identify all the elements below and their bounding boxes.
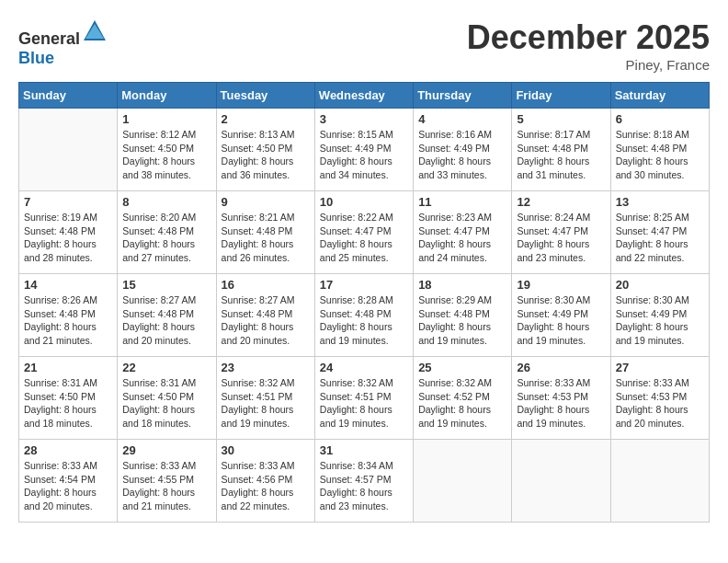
weekday-header-friday: Friday — [512, 83, 610, 109]
calendar-cell: 4Sunrise: 8:16 AMSunset: 4:49 PMDaylight… — [414, 109, 512, 191]
day-number: 31 — [320, 443, 408, 457]
calendar-cell: 17Sunrise: 8:28 AMSunset: 4:48 PMDayligh… — [314, 274, 413, 357]
calendar-cell — [19, 109, 118, 191]
day-info: Sunrise: 8:12 AMSunset: 4:50 PMDaylight:… — [122, 128, 210, 182]
week-row-1: 1Sunrise: 8:12 AMSunset: 4:50 PMDaylight… — [19, 109, 710, 191]
day-number: 10 — [320, 195, 408, 209]
weekday-header-tuesday: Tuesday — [216, 83, 314, 109]
day-number: 19 — [517, 278, 605, 292]
calendar-cell: 7Sunrise: 8:19 AMSunset: 4:48 PMDaylight… — [19, 191, 118, 274]
calendar-cell: 3Sunrise: 8:15 AMSunset: 4:49 PMDaylight… — [314, 109, 413, 191]
logo-text-general: General — [18, 29, 80, 48]
calendar-cell: 21Sunrise: 8:31 AMSunset: 4:50 PMDayligh… — [19, 357, 118, 440]
day-info: Sunrise: 8:27 AMSunset: 4:48 PMDaylight:… — [222, 293, 310, 348]
calendar-cell: 22Sunrise: 8:31 AMSunset: 4:50 PMDayligh… — [118, 357, 216, 440]
calendar-cell: 19Sunrise: 8:30 AMSunset: 4:49 PMDayligh… — [512, 274, 610, 357]
day-info: Sunrise: 8:27 AMSunset: 4:48 PMDaylight:… — [122, 293, 210, 348]
calendar-cell: 12Sunrise: 8:24 AMSunset: 4:47 PMDayligh… — [512, 191, 610, 274]
calendar-cell: 20Sunrise: 8:30 AMSunset: 4:49 PMDayligh… — [610, 274, 709, 357]
day-info: Sunrise: 8:33 AMSunset: 4:55 PMDaylight:… — [122, 459, 210, 513]
calendar-cell — [610, 440, 709, 523]
calendar-cell: 6Sunrise: 8:18 AMSunset: 4:48 PMDaylight… — [610, 109, 709, 191]
day-info: Sunrise: 8:33 AMSunset: 4:53 PMDaylight:… — [517, 376, 605, 431]
day-info: Sunrise: 8:17 AMSunset: 4:48 PMDaylight:… — [517, 128, 605, 182]
calendar-cell: 31Sunrise: 8:34 AMSunset: 4:57 PMDayligh… — [314, 440, 413, 523]
day-info: Sunrise: 8:21 AMSunset: 4:48 PMDaylight:… — [222, 211, 310, 265]
day-number: 3 — [320, 112, 408, 126]
day-number: 16 — [222, 278, 310, 292]
svg-marker-1 — [85, 24, 104, 39]
day-number: 17 — [320, 278, 408, 292]
day-info: Sunrise: 8:31 AMSunset: 4:50 PMDaylight:… — [122, 376, 210, 431]
day-info: Sunrise: 8:32 AMSunset: 4:51 PMDaylight:… — [320, 376, 408, 431]
calendar-cell: 18Sunrise: 8:29 AMSunset: 4:48 PMDayligh… — [414, 274, 512, 357]
calendar-cell: 27Sunrise: 8:33 AMSunset: 4:53 PMDayligh… — [610, 357, 709, 440]
week-row-5: 28Sunrise: 8:33 AMSunset: 4:54 PMDayligh… — [19, 440, 710, 523]
day-info: Sunrise: 8:19 AMSunset: 4:48 PMDaylight:… — [24, 211, 112, 265]
week-row-4: 21Sunrise: 8:31 AMSunset: 4:50 PMDayligh… — [19, 357, 710, 440]
weekday-header-row: SundayMondayTuesdayWednesdayThursdayFrid… — [19, 83, 710, 109]
calendar-cell: 25Sunrise: 8:32 AMSunset: 4:52 PMDayligh… — [414, 357, 512, 440]
page-header: General Blue December 2025 Piney, France — [18, 18, 710, 73]
day-info: Sunrise: 8:13 AMSunset: 4:50 PMDaylight:… — [222, 128, 310, 182]
calendar-cell: 5Sunrise: 8:17 AMSunset: 4:48 PMDaylight… — [512, 109, 610, 191]
day-number: 26 — [517, 361, 605, 374]
day-info: Sunrise: 8:25 AMSunset: 4:47 PMDaylight:… — [616, 211, 704, 265]
day-info: Sunrise: 8:28 AMSunset: 4:48 PMDaylight:… — [320, 293, 408, 348]
day-number: 23 — [222, 361, 310, 374]
logo: General Blue — [18, 18, 108, 68]
day-info: Sunrise: 8:34 AMSunset: 4:57 PMDaylight:… — [320, 459, 408, 513]
calendar-table: SundayMondayTuesdayWednesdayThursdayFrid… — [18, 82, 710, 523]
day-info: Sunrise: 8:16 AMSunset: 4:49 PMDaylight:… — [418, 128, 506, 182]
calendar-cell: 15Sunrise: 8:27 AMSunset: 4:48 PMDayligh… — [118, 274, 216, 357]
day-info: Sunrise: 8:30 AMSunset: 4:49 PMDaylight:… — [517, 293, 605, 348]
day-number: 1 — [122, 112, 210, 126]
day-number: 20 — [616, 278, 704, 292]
day-number: 14 — [24, 278, 112, 292]
day-number: 30 — [222, 443, 310, 457]
day-info: Sunrise: 8:33 AMSunset: 4:53 PMDaylight:… — [616, 376, 704, 431]
calendar-cell: 13Sunrise: 8:25 AMSunset: 4:47 PMDayligh… — [610, 191, 709, 274]
day-number: 24 — [320, 361, 408, 374]
day-number: 15 — [122, 278, 210, 292]
day-number: 5 — [517, 112, 605, 126]
weekday-header-wednesday: Wednesday — [314, 83, 413, 109]
day-number: 9 — [222, 195, 310, 209]
day-number: 4 — [418, 112, 506, 126]
calendar-cell: 16Sunrise: 8:27 AMSunset: 4:48 PMDayligh… — [216, 274, 314, 357]
calendar-cell: 14Sunrise: 8:26 AMSunset: 4:48 PMDayligh… — [19, 274, 118, 357]
weekday-header-thursday: Thursday — [414, 83, 512, 109]
day-number: 25 — [418, 361, 506, 374]
week-row-3: 14Sunrise: 8:26 AMSunset: 4:48 PMDayligh… — [19, 274, 710, 357]
month-title: December 2025 — [467, 18, 710, 57]
calendar-cell — [414, 440, 512, 523]
calendar-cell: 26Sunrise: 8:33 AMSunset: 4:53 PMDayligh… — [512, 357, 610, 440]
day-info: Sunrise: 8:33 AMSunset: 4:56 PMDaylight:… — [222, 459, 310, 513]
day-info: Sunrise: 8:32 AMSunset: 4:52 PMDaylight:… — [418, 376, 506, 431]
calendar-cell: 30Sunrise: 8:33 AMSunset: 4:56 PMDayligh… — [216, 440, 314, 523]
day-number: 28 — [24, 443, 112, 457]
day-number: 2 — [222, 112, 310, 126]
day-number: 27 — [616, 361, 704, 374]
calendar-cell: 8Sunrise: 8:20 AMSunset: 4:48 PMDaylight… — [118, 191, 216, 274]
calendar-cell: 23Sunrise: 8:32 AMSunset: 4:51 PMDayligh… — [216, 357, 314, 440]
day-number: 7 — [24, 195, 112, 209]
day-info: Sunrise: 8:26 AMSunset: 4:48 PMDaylight:… — [24, 293, 112, 348]
week-row-2: 7Sunrise: 8:19 AMSunset: 4:48 PMDaylight… — [19, 191, 710, 274]
calendar-cell: 29Sunrise: 8:33 AMSunset: 4:55 PMDayligh… — [118, 440, 216, 523]
day-number: 13 — [616, 195, 704, 209]
calendar-cell: 10Sunrise: 8:22 AMSunset: 4:47 PMDayligh… — [314, 191, 413, 274]
day-info: Sunrise: 8:18 AMSunset: 4:48 PMDaylight:… — [616, 128, 704, 182]
day-info: Sunrise: 8:31 AMSunset: 4:50 PMDaylight:… — [24, 376, 112, 431]
calendar-cell: 1Sunrise: 8:12 AMSunset: 4:50 PMDaylight… — [118, 109, 216, 191]
day-number: 21 — [24, 361, 112, 374]
day-info: Sunrise: 8:15 AMSunset: 4:49 PMDaylight:… — [320, 128, 408, 182]
day-number: 18 — [418, 278, 506, 292]
day-number: 29 — [122, 443, 210, 457]
weekday-header-saturday: Saturday — [610, 83, 709, 109]
weekday-header-monday: Monday — [118, 83, 216, 109]
location: Piney, France — [467, 57, 710, 73]
day-info: Sunrise: 8:24 AMSunset: 4:47 PMDaylight:… — [517, 211, 605, 265]
calendar-cell: 11Sunrise: 8:23 AMSunset: 4:47 PMDayligh… — [414, 191, 512, 274]
day-info: Sunrise: 8:29 AMSunset: 4:48 PMDaylight:… — [418, 293, 506, 348]
